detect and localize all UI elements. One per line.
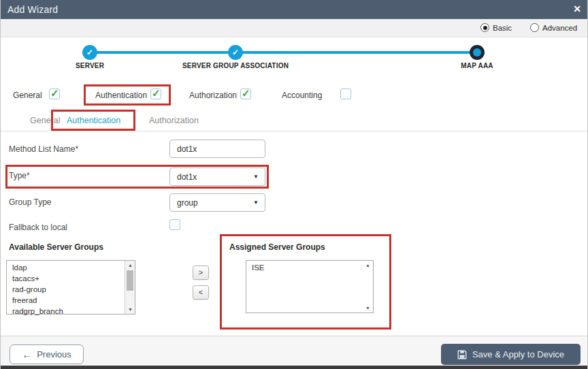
- step-map-aaa-node[interactable]: [470, 45, 485, 60]
- scrollbar[interactable]: ▲ ▼: [125, 261, 135, 314]
- list-item[interactable]: ldap: [7, 262, 124, 273]
- radio-basic[interactable]: Basic: [480, 23, 512, 32]
- method-list-name-label: Method List Name*: [9, 144, 78, 154]
- previous-button[interactable]: ← Previous: [10, 344, 84, 364]
- radio-advanced-icon: [530, 23, 539, 32]
- highlight-box-type-row: [5, 165, 269, 189]
- step-server-check-icon[interactable]: ✓: [82, 45, 97, 60]
- toggle-accounting-label: Accounting: [282, 91, 322, 100]
- available-server-groups-label: Available Server Groups: [9, 242, 103, 252]
- highlight-box-assigned-groups: [220, 234, 391, 330]
- step-label-map-aaa: MAP AAA: [458, 62, 496, 69]
- group-type-label: Group Type: [9, 197, 51, 207]
- list-item[interactable]: freerad: [7, 295, 124, 306]
- toggle-authorization-label: Authorization: [189, 91, 237, 100]
- bottom-border-strip: [1, 366, 588, 369]
- toggle-general-checkbox[interactable]: ✓: [49, 89, 60, 99]
- group-type-select-value: group: [177, 198, 198, 208]
- list-item[interactable]: tacacs+: [7, 273, 124, 284]
- close-icon[interactable]: ✕: [573, 3, 581, 15]
- chevron-down-icon: ▼: [253, 199, 259, 206]
- list-item[interactable]: rad-group: [7, 284, 124, 295]
- step-server-group-check-icon[interactable]: ✓: [228, 45, 243, 60]
- highlight-box-authentication-tab: [51, 110, 135, 131]
- step-label-server-group-association: SERVER GROUP ASSOCIATION: [181, 62, 290, 69]
- previous-button-label: Previous: [37, 349, 71, 359]
- check-icon: ✓: [50, 87, 59, 99]
- fallback-to-local-label: Fallback to local: [9, 223, 67, 232]
- list-item[interactable]: radgrp_branch: [7, 306, 124, 317]
- dialog-title: Add Wizard: [1, 4, 58, 15]
- save-apply-button[interactable]: Save & Apply to Device: [441, 344, 581, 365]
- tab-authorization[interactable]: Authorization: [149, 116, 199, 125]
- check-icon: ✓: [242, 87, 250, 99]
- radio-basic-icon: [480, 23, 489, 32]
- tab-separator: [1, 131, 588, 131]
- scrollbar-thumb[interactable]: [127, 270, 133, 291]
- available-server-groups-list[interactable]: ldap tacacs+ rad-group freerad radgrp_br…: [6, 260, 135, 315]
- save-icon: [457, 350, 467, 359]
- stepper-track: [90, 51, 477, 54]
- save-apply-button-label: Save & Apply to Device: [472, 349, 564, 359]
- scroll-down-icon[interactable]: ▼: [125, 305, 135, 314]
- toggle-accounting-checkbox[interactable]: [340, 89, 351, 99]
- move-left-button[interactable]: <: [193, 285, 209, 300]
- scroll-up-icon[interactable]: ▲: [125, 261, 135, 270]
- arrow-left-icon: ←: [22, 349, 32, 360]
- fallback-to-local-checkbox[interactable]: [169, 219, 180, 230]
- method-list-name-input[interactable]: [169, 140, 265, 158]
- radio-advanced[interactable]: Advanced: [530, 23, 577, 32]
- highlight-box-authentication-toggle: [84, 84, 171, 106]
- move-right-button[interactable]: >: [193, 266, 209, 280]
- dialog-titlebar: Add Wizard: [1, 0, 588, 19]
- mode-row: Basic Advanced: [1, 19, 588, 37]
- group-type-select[interactable]: group ▼: [169, 193, 265, 212]
- toggle-authorization-checkbox[interactable]: ✓: [240, 89, 251, 99]
- radio-basic-label: Basic: [493, 24, 512, 32]
- add-wizard-dialog: Add Wizard ✕ Basic Advanced ✓ ✓ SERVER S…: [0, 0, 588, 369]
- radio-advanced-label: Advanced: [542, 24, 577, 32]
- step-label-server: SERVER: [73, 62, 107, 69]
- dialog-footer: ← Previous Save & Apply to Device: [1, 336, 588, 366]
- toggle-general-label: General: [13, 91, 42, 100]
